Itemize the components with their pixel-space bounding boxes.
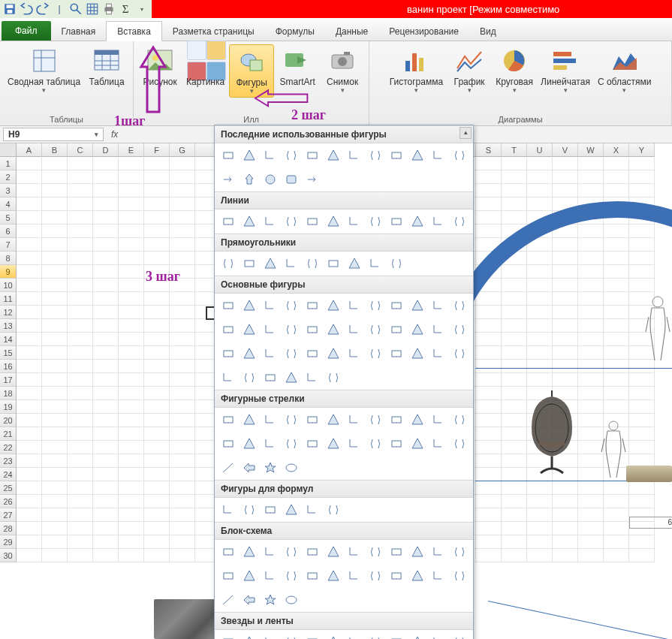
tab-data[interactable]: Данные [325,22,378,41]
row-header[interactable]: 10 [0,279,17,292]
cell[interactable] [68,454,93,468]
cell[interactable] [119,495,144,508]
cell[interactable] [502,549,527,562]
shape-item[interactable] [345,255,363,273]
cell[interactable] [68,211,93,225]
shape-item[interactable] [387,146,405,164]
shape-item[interactable] [240,212,258,231]
zoom-icon[interactable] [69,2,83,16]
cell[interactable] [93,319,119,333]
shape-item[interactable] [429,633,447,639]
cell[interactable] [170,535,195,549]
shape-item[interactable] [429,435,447,453]
cell[interactable] [17,481,42,495]
shape-item[interactable] [345,543,363,561]
row-header[interactable]: 4 [0,197,17,211]
cell[interactable] [93,454,119,468]
cell[interactable] [42,468,68,481]
row-header[interactable]: 13 [0,319,17,333]
cell[interactable] [93,184,119,197]
cell[interactable] [42,211,68,225]
shape-item[interactable] [240,591,258,609]
save-icon[interactable] [3,2,17,16]
shape-item[interactable] [219,212,237,231]
cell[interactable] [93,279,119,292]
shape-item[interactable] [219,170,237,188]
cell[interactable] [68,427,93,441]
cell[interactable] [170,549,195,562]
shape-item[interactable] [324,369,342,387]
cell[interactable] [42,157,68,170]
cell[interactable] [68,170,93,184]
shape-item[interactable] [240,321,258,339]
shape-item[interactable] [387,411,405,429]
cell[interactable] [17,184,42,197]
cell[interactable] [42,238,68,252]
cell[interactable] [17,157,42,170]
shape-item[interactable] [408,567,426,585]
cell[interactable] [170,373,195,387]
shape-item[interactable] [451,633,469,639]
cell[interactable] [144,360,170,373]
cell[interactable] [68,481,93,495]
tab-formulas[interactable]: Формулы [265,22,325,41]
cell[interactable] [17,306,42,319]
col-header[interactable]: A [17,143,42,157]
cell[interactable] [42,360,68,373]
shape-item[interactable] [387,543,405,561]
cell[interactable] [170,481,195,495]
shape-item[interactable] [219,255,237,273]
shape-item[interactable] [219,567,237,585]
shape-item[interactable] [282,170,300,188]
cell[interactable] [476,170,502,184]
shape-item[interactable] [282,255,300,273]
cell[interactable] [17,265,42,279]
shape-item[interactable] [451,543,469,561]
cell[interactable] [68,184,93,197]
cell[interactable] [476,184,502,197]
cell[interactable] [170,292,195,306]
shape-item[interactable] [240,543,258,561]
cell[interactable] [93,535,119,549]
row-header[interactable]: 3 [0,184,17,197]
cell[interactable] [93,468,119,481]
shape-item[interactable] [282,297,300,315]
cell[interactable] [119,225,144,238]
shape-item[interactable] [303,369,321,387]
shape-item[interactable] [282,321,300,339]
cell[interactable] [604,170,629,184]
shape-item[interactable] [282,369,300,387]
shape-item[interactable] [261,369,279,387]
shape-item[interactable] [303,170,321,188]
cell[interactable] [42,508,68,522]
shape-item[interactable] [282,591,300,609]
cell[interactable] [42,346,68,360]
cell[interactable] [17,387,42,400]
cell[interactable] [119,360,144,373]
cell[interactable] [42,265,68,279]
cell[interactable] [17,549,42,562]
row-header[interactable]: 1 [0,157,17,170]
row-header[interactable]: 18 [0,387,17,400]
cell[interactable] [119,400,144,414]
row-header[interactable]: 9 [0,265,17,279]
shape-item[interactable] [387,297,405,315]
shape-item[interactable] [451,567,469,585]
chevron-down-icon[interactable]: ▾ [135,2,149,16]
cell[interactable] [17,495,42,508]
name-box[interactable]: H9 ▾ [3,128,104,141]
row-header[interactable]: 7 [0,238,17,252]
row-header[interactable]: 20 [0,414,17,427]
cell[interactable] [68,346,93,360]
cell[interactable] [93,238,119,252]
cell[interactable] [476,225,502,238]
cell[interactable] [17,441,42,454]
col-header[interactable]: C [68,143,93,157]
shape-item[interactable] [345,633,363,639]
cell[interactable] [42,387,68,400]
cell[interactable] [170,225,195,238]
row-header[interactable]: 21 [0,427,17,441]
cell[interactable] [93,252,119,265]
cell[interactable] [119,319,144,333]
cell[interactable] [93,197,119,211]
